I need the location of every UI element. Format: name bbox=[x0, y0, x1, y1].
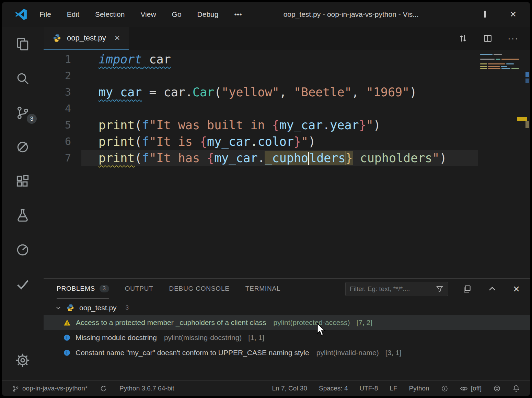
code-token: ) bbox=[308, 135, 315, 148]
menu-item-view[interactable]: View bbox=[140, 10, 156, 19]
problem-position: [1, 1] bbox=[248, 334, 264, 342]
eol-item[interactable]: LF bbox=[390, 385, 397, 392]
test-button[interactable] bbox=[2, 198, 44, 233]
coverage-label: [off] bbox=[471, 385, 482, 392]
menu-item-edit[interactable]: Edit bbox=[67, 10, 79, 19]
encoding-item[interactable]: UTF-8 bbox=[359, 385, 378, 392]
problem-row[interactable]: Constant name "my_car" doesn't conform t… bbox=[44, 345, 530, 360]
debug-button[interactable] bbox=[2, 130, 44, 164]
maximize-button[interactable] bbox=[484, 11, 486, 17]
language-mode-item[interactable]: Python bbox=[409, 385, 429, 392]
extensions-button[interactable] bbox=[2, 164, 44, 198]
extensions-icon bbox=[15, 174, 30, 189]
eye-icon bbox=[460, 385, 468, 393]
problem-row[interactable]: Access to a protected member _cupholders… bbox=[44, 315, 530, 330]
problems-file-group[interactable]: oop_test.py 3 bbox=[44, 301, 530, 315]
panel-actions: ✕ bbox=[463, 284, 520, 294]
code-line[interactable]: 6print(f"It is {my_car.color}") bbox=[44, 133, 530, 150]
search-icon bbox=[15, 71, 30, 86]
feedback-status-item[interactable] bbox=[493, 385, 501, 392]
minimap[interactable] bbox=[480, 53, 521, 70]
vscode-logo-icon bbox=[15, 8, 27, 21]
info-icon bbox=[63, 334, 70, 341]
line-content: print(f"It is {my_car.color}") bbox=[81, 133, 478, 150]
menu-item-more[interactable]: ••• bbox=[234, 10, 242, 19]
notifications-status-item[interactable] bbox=[512, 385, 520, 392]
code-line[interactable]: 2 bbox=[44, 68, 530, 84]
panel-maximize-chevron-icon[interactable] bbox=[487, 284, 497, 294]
line-content: print(f"It has {my_car._cupholders} cuph… bbox=[81, 150, 478, 166]
code-line[interactable]: 7print(f"It has {my_car._cupholders} cup… bbox=[44, 150, 530, 166]
source-control-badge: 3 bbox=[27, 114, 37, 124]
code-token: "It was built in bbox=[149, 118, 272, 132]
panel-restore-icon[interactable] bbox=[463, 285, 472, 293]
code-line[interactable]: 4 bbox=[44, 100, 530, 117]
code-token: } bbox=[359, 118, 366, 132]
code-token: Car bbox=[193, 85, 214, 99]
tab-oop-test[interactable]: oop_test.py ✕ bbox=[44, 27, 129, 50]
tab-close-icon[interactable]: ✕ bbox=[114, 34, 120, 42]
code-line[interactable]: 1import car bbox=[44, 51, 530, 68]
editor-more-actions-icon[interactable]: ··· bbox=[508, 33, 519, 44]
code-token: ( bbox=[214, 85, 221, 99]
line-content: my_car = car.Car("yellow", "Beetle", "19… bbox=[81, 84, 478, 100]
explorer-button[interactable] bbox=[2, 27, 44, 61]
sync-status-item[interactable] bbox=[100, 385, 107, 392]
language-label: Python bbox=[409, 385, 429, 392]
test-beaker-icon bbox=[15, 208, 30, 223]
panel-tab-debug-console[interactable]: DEBUG CONSOLE bbox=[169, 279, 230, 299]
menu-bar: FileEditSelectionViewGoDebug••• bbox=[39, 10, 242, 19]
indentation-item[interactable]: Spaces: 4 bbox=[319, 385, 348, 392]
code-token: my_car bbox=[207, 135, 250, 148]
code-editor[interactable]: 1import car23my_car = car.Car("yellow", … bbox=[44, 50, 530, 278]
menu-item-selection[interactable]: Selection bbox=[95, 10, 125, 19]
problem-row[interactable]: Missing module docstringpylint(missing-d… bbox=[44, 330, 530, 345]
tasks-button[interactable] bbox=[2, 267, 44, 301]
code-token: car bbox=[164, 85, 185, 99]
code-lines: 1import car23my_car = car.Car("yellow", … bbox=[44, 51, 530, 166]
problems-filter bbox=[345, 282, 448, 296]
panel-tab-label: OUTPUT bbox=[125, 285, 153, 292]
filter-icon[interactable] bbox=[436, 285, 444, 293]
code-token: my_car bbox=[279, 118, 323, 132]
activity-bar: 3 bbox=[2, 27, 44, 380]
panel-close-icon[interactable]: ✕ bbox=[513, 284, 520, 294]
cursor-position-item[interactable]: Ln 7, Col 30 bbox=[272, 385, 307, 392]
panel-tab-terminal[interactable]: TERMINAL bbox=[245, 279, 280, 299]
problems-filter-input[interactable] bbox=[350, 285, 433, 293]
menu-item-go[interactable]: Go bbox=[172, 10, 182, 19]
menu-item-file[interactable]: File bbox=[39, 10, 51, 19]
titlebar: FileEditSelectionViewGoDebug••• oop_test… bbox=[2, 2, 530, 27]
vscode-window: FileEditSelectionViewGoDebug••• oop_test… bbox=[2, 2, 530, 396]
open-changes-icon[interactable] bbox=[458, 34, 468, 43]
code-line[interactable]: 3my_car = car.Car("yellow", "Beetle", "1… bbox=[44, 84, 530, 100]
code-token: , bbox=[279, 85, 294, 99]
panel-tab-output[interactable]: OUTPUT bbox=[125, 279, 153, 299]
code-token: f bbox=[142, 135, 149, 148]
problem-position: [7, 2] bbox=[356, 318, 372, 327]
eol-label: LF bbox=[390, 385, 397, 392]
search-button[interactable] bbox=[2, 61, 44, 96]
info-icon bbox=[441, 385, 448, 392]
settings-button[interactable] bbox=[2, 343, 44, 377]
info-status-item[interactable] bbox=[441, 385, 448, 392]
branch-status-item[interactable]: oop-in-java-vs-python* bbox=[12, 385, 88, 392]
settings-gear-icon bbox=[15, 352, 31, 368]
main-area: 3 bbox=[2, 27, 530, 380]
code-token: . bbox=[323, 118, 330, 132]
source-control-button[interactable]: 3 bbox=[2, 96, 44, 130]
split-editor-icon[interactable] bbox=[483, 34, 493, 43]
coverage-status-item[interactable]: [off] bbox=[460, 385, 482, 393]
close-button[interactable]: ✕ bbox=[510, 10, 517, 19]
overview-ruler-mark bbox=[525, 72, 529, 77]
panel-tab-problems[interactable]: PROBLEMS3 bbox=[57, 279, 109, 299]
code-line[interactable]: 5print(f"It was built in {my_car.year}") bbox=[44, 117, 530, 133]
code-token: f bbox=[142, 118, 149, 132]
gauge-button[interactable] bbox=[2, 233, 44, 267]
python-interpreter-item[interactable]: Python 3.6.7 64-bit bbox=[119, 385, 174, 392]
code-token: import bbox=[99, 52, 142, 66]
menu-item-debug[interactable]: Debug bbox=[197, 10, 219, 19]
code-token: } bbox=[345, 151, 352, 165]
problem-message: Access to a protected member _cupholders… bbox=[76, 318, 266, 327]
problem-source: pylint(invalid-name) bbox=[316, 349, 379, 357]
